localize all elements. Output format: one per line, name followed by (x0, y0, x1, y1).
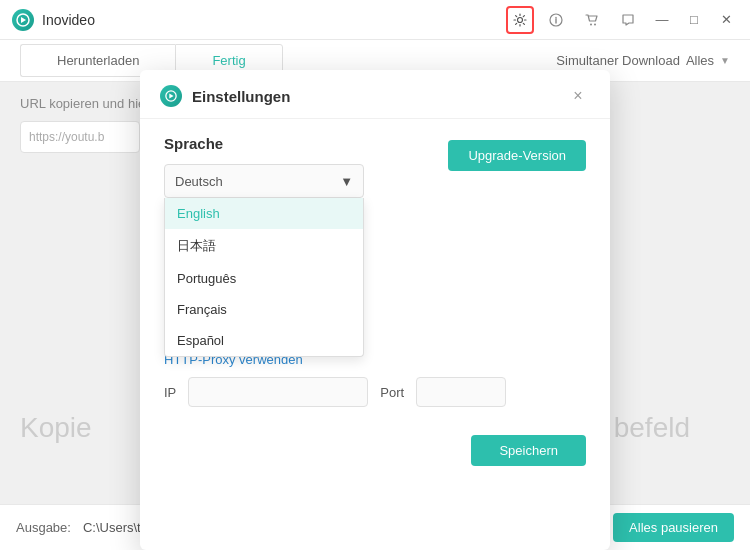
language-select-display[interactable]: Deutsch ▼ (164, 164, 364, 198)
settings-icon[interactable] (506, 6, 534, 34)
minimize-button[interactable]: — (650, 8, 674, 32)
port-label: Port (380, 385, 404, 400)
title-bar-right: — □ ✕ (506, 6, 738, 34)
ip-port-row: IP Port (164, 377, 586, 407)
language-select-container[interactable]: Deutsch ▼ English 日本語 Português Français… (164, 164, 364, 198)
save-row: Speichern (140, 423, 610, 466)
cart-icon[interactable] (578, 6, 606, 34)
dialog-logo (160, 85, 182, 107)
svg-point-4 (594, 23, 596, 25)
dialog-body: Sprache Deutsch ▼ English 日本語 Português … (140, 119, 610, 423)
dialog-backdrop: Einstellungen × Sprache Deutsch ▼ Englis… (0, 40, 750, 550)
dialog-title: Einstellungen (192, 88, 556, 105)
language-dropdown-arrow-icon: ▼ (340, 174, 353, 189)
lang-option-spanish[interactable]: Español (165, 325, 363, 356)
dialog-close-button[interactable]: × (566, 84, 590, 108)
app-title: Inovideo (42, 12, 95, 28)
svg-point-3 (590, 23, 592, 25)
lang-option-english[interactable]: English (165, 198, 363, 229)
title-bar-left: Inovideo (12, 9, 95, 31)
svg-point-1 (518, 17, 523, 22)
language-current-value: Deutsch (175, 174, 223, 189)
lang-option-japanese[interactable]: 日本語 (165, 229, 363, 263)
upgrade-button[interactable]: Upgrade-Version (448, 140, 586, 171)
app-logo (12, 9, 34, 31)
dialog-header: Einstellungen × (140, 70, 610, 119)
maximize-button[interactable]: □ (682, 8, 706, 32)
chat-icon[interactable] (614, 6, 642, 34)
save-button[interactable]: Speichern (471, 435, 586, 466)
info-icon[interactable] (542, 6, 570, 34)
language-dropdown: English 日本語 Português Français Español (164, 198, 364, 357)
ip-label: IP (164, 385, 176, 400)
port-input[interactable] (416, 377, 506, 407)
lang-option-french[interactable]: Français (165, 294, 363, 325)
ip-input[interactable] (188, 377, 368, 407)
settings-dialog: Einstellungen × Sprache Deutsch ▼ Englis… (140, 70, 610, 550)
lang-option-portuguese[interactable]: Português (165, 263, 363, 294)
title-bar: Inovideo — □ ✕ (0, 0, 750, 40)
close-button[interactable]: ✕ (714, 8, 738, 32)
